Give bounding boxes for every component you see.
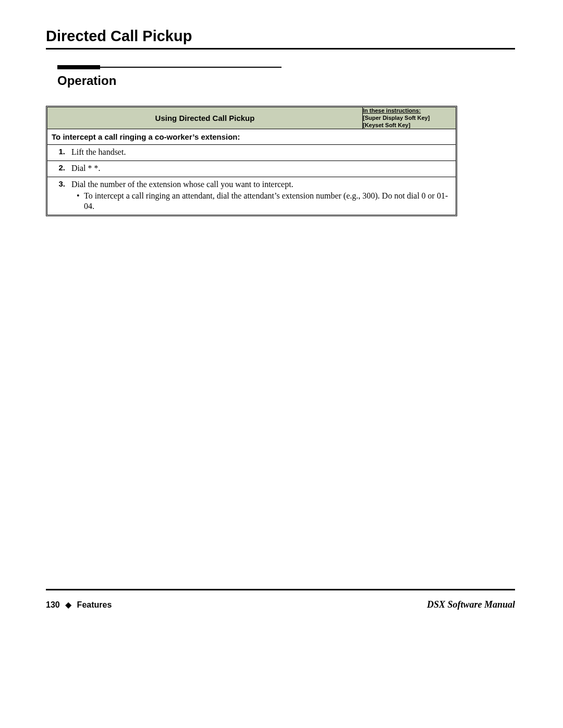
page-footer: 130 ◆ Features DSX Software Manual xyxy=(46,599,515,610)
table-row: 3. Dial the number of the extension whos… xyxy=(47,177,456,215)
step-bullet-list: To intercept a call ringing an attendant… xyxy=(71,191,452,212)
step-text-main: Dial the number of the extension whose c… xyxy=(71,180,293,189)
table-header-main: Using Directed Call Pickup xyxy=(47,107,363,129)
section-header: Operation xyxy=(57,65,282,88)
step-text: Dial * *. xyxy=(68,161,456,177)
footer-left: 130 ◆ Features xyxy=(46,600,112,610)
footer-manual-title: DSX Software Manual xyxy=(427,599,515,610)
step-number: 3. xyxy=(47,177,68,215)
step-number: 1. xyxy=(47,145,68,161)
diamond-icon: ◆ xyxy=(62,600,75,609)
legend-line-3: [Keyset Soft Key] xyxy=(363,122,410,128)
footer-section-name: Features xyxy=(77,600,112,609)
footer-page-number: 130 xyxy=(46,600,60,609)
table-header-legend: In these instructions: [Super Display So… xyxy=(363,107,456,129)
table-subheader-row: To intercept a call ringing a co-worker’… xyxy=(47,129,456,145)
title-rule xyxy=(46,48,515,50)
table-row: 2. Dial * *. xyxy=(47,161,456,177)
legend-line-2: [Super Display Soft Key] xyxy=(363,115,430,121)
section-title: Operation xyxy=(57,73,282,88)
step-text: Lift the handset. xyxy=(68,145,456,161)
page-content: Directed Call Pickup Operation Using Dir… xyxy=(46,28,515,609)
procedure-table: Using Directed Call Pickup In these inst… xyxy=(46,106,457,216)
step-number: 2. xyxy=(47,161,68,177)
step-bullet: To intercept a call ringing an attendant… xyxy=(84,191,452,212)
section-rule xyxy=(57,65,282,69)
table-header-row: Using Directed Call Pickup In these inst… xyxy=(47,107,456,129)
page-title: Directed Call Pickup xyxy=(46,28,515,45)
table-row: 1. Lift the handset. xyxy=(47,145,456,161)
table-subheader: To intercept a call ringing a co-worker’… xyxy=(47,129,456,145)
step-text: Dial the number of the extension whose c… xyxy=(68,177,456,215)
footer-rule xyxy=(46,589,515,590)
legend-title: In these instructions: xyxy=(363,107,421,114)
